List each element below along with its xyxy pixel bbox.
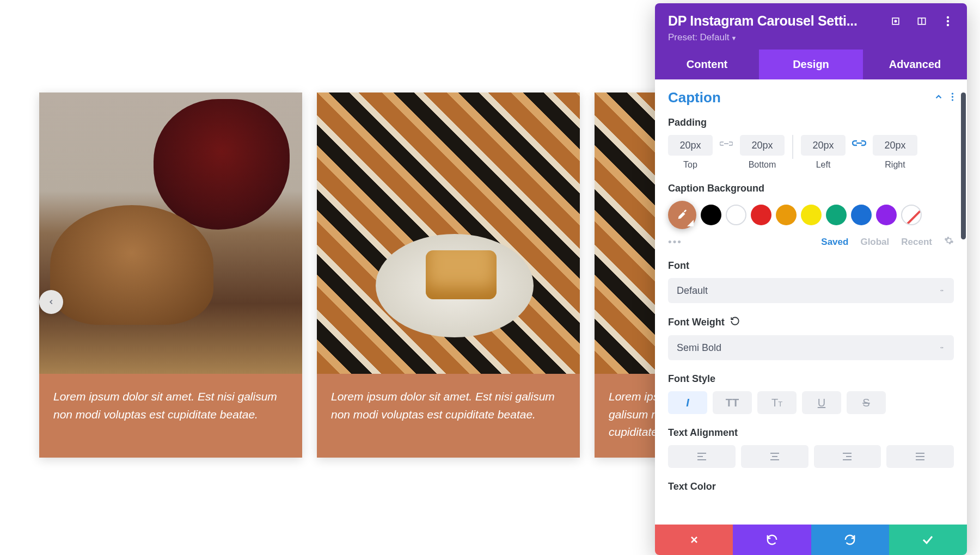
tab-content[interactable]: Content xyxy=(655,50,759,79)
color-swatch-black[interactable] xyxy=(701,205,721,225)
padding-left-input[interactable] xyxy=(801,135,846,156)
align-center-button[interactable] xyxy=(741,445,808,468)
padding-label: Padding xyxy=(668,117,954,128)
panel-header: DP Instagram Carousel Setti... Preset: D… xyxy=(655,3,967,50)
reset-icon[interactable] xyxy=(730,316,740,329)
caption-bg-label: Caption Background xyxy=(668,183,954,194)
svg-point-9 xyxy=(952,99,953,101)
color-swatch-red[interactable] xyxy=(751,205,771,225)
color-swatch-green[interactable] xyxy=(826,205,847,225)
kebab-icon[interactable] xyxy=(951,92,954,104)
panel-title: DP Instagram Carousel Setti... xyxy=(668,13,857,29)
padding-right-input[interactable] xyxy=(873,135,917,156)
save-button[interactable] xyxy=(889,525,967,555)
carousel: Lorem ipsum dolor sit amet. Est nisi gal… xyxy=(39,92,693,458)
font-style-strike-button[interactable]: S xyxy=(847,391,886,414)
tab-design[interactable]: Design xyxy=(759,50,863,79)
settings-panel: DP Instagram Carousel Setti... Preset: D… xyxy=(655,3,967,555)
color-tab-saved[interactable]: Saved xyxy=(821,237,848,248)
carousel-card: Lorem ipsum dolor sit amet. Est nisi gal… xyxy=(317,92,580,458)
svg-point-4 xyxy=(947,16,949,18)
font-weight-label: Font Weight xyxy=(668,316,954,329)
font-style-italic-button[interactable]: I xyxy=(668,391,707,414)
svg-point-5 xyxy=(947,20,949,22)
panel-tabs: Content Design Advanced xyxy=(655,50,967,79)
text-align-label: Text Alignment xyxy=(668,427,954,439)
align-justify-button[interactable] xyxy=(886,445,954,468)
carousel-card: Lorem ipsum dolor sit amet. Est nisi gal… xyxy=(39,92,302,458)
color-tab-recent[interactable]: Recent xyxy=(901,237,932,248)
carousel-prev-button[interactable] xyxy=(39,290,63,314)
scrollbar-thumb[interactable] xyxy=(961,92,966,239)
carousel-caption: Lorem ipsum dolor sit amet. Est nisi gal… xyxy=(317,374,580,440)
padding-bottom-label: Bottom xyxy=(749,160,776,170)
color-swatch-white[interactable] xyxy=(726,205,746,225)
font-select[interactable]: Default xyxy=(668,278,954,303)
color-swatch-yellow[interactable] xyxy=(801,205,822,225)
font-weight-select[interactable]: Semi Bold xyxy=(668,335,954,360)
align-left-button[interactable] xyxy=(668,445,736,468)
tab-advanced[interactable]: Advanced xyxy=(863,50,967,79)
padding-top-input[interactable] xyxy=(668,135,713,156)
carousel-image xyxy=(317,92,580,374)
font-label: Font xyxy=(668,260,954,272)
cancel-button[interactable] xyxy=(655,525,733,555)
font-style-underline-button[interactable]: U xyxy=(802,391,841,414)
svg-point-6 xyxy=(947,23,949,26)
color-swatch-none[interactable] xyxy=(901,205,922,225)
panel-footer xyxy=(655,525,967,555)
more-colors-icon[interactable]: ••• xyxy=(668,236,682,248)
font-style-uppercase-button[interactable]: TT xyxy=(713,391,752,414)
expand-icon[interactable] xyxy=(890,15,902,27)
color-tab-global[interactable]: Global xyxy=(860,237,889,248)
padding-top-label: Top xyxy=(683,160,697,170)
font-style-label: Font Style xyxy=(668,373,954,385)
svg-point-8 xyxy=(952,96,953,97)
color-swatch-blue[interactable] xyxy=(851,205,872,225)
carousel-caption: Lorem ipsum dolor sit amet. Est nisi gal… xyxy=(39,374,302,440)
font-style-smallcaps-button[interactable]: TT xyxy=(757,391,797,414)
padding-right-label: Right xyxy=(885,160,905,170)
color-swatch-purple[interactable] xyxy=(876,205,897,225)
section-caption-title[interactable]: Caption xyxy=(668,89,721,106)
link-vertical-icon[interactable] xyxy=(718,137,734,153)
text-color-label: Text Color xyxy=(668,481,954,492)
svg-point-1 xyxy=(895,20,896,22)
svg-point-7 xyxy=(952,92,953,94)
padding-bottom-input[interactable] xyxy=(740,135,785,156)
panel-body: Caption Padding Top Bottom Left xyxy=(655,79,967,525)
dock-icon[interactable] xyxy=(916,15,928,27)
gear-icon[interactable] xyxy=(944,236,954,248)
kebab-icon[interactable] xyxy=(942,15,954,27)
align-right-button[interactable] xyxy=(814,445,881,468)
undo-button[interactable] xyxy=(733,525,811,555)
link-horizontal-icon[interactable] xyxy=(851,137,867,153)
carousel-image xyxy=(39,92,302,374)
preset-selector[interactable]: Preset: Default▼ xyxy=(668,32,954,43)
color-picker-active[interactable] xyxy=(668,201,696,229)
color-swatch-orange[interactable] xyxy=(776,205,797,225)
collapse-icon[interactable] xyxy=(934,92,944,104)
redo-button[interactable] xyxy=(811,525,889,555)
scrollbar[interactable] xyxy=(960,79,966,525)
padding-left-label: Left xyxy=(816,160,831,170)
